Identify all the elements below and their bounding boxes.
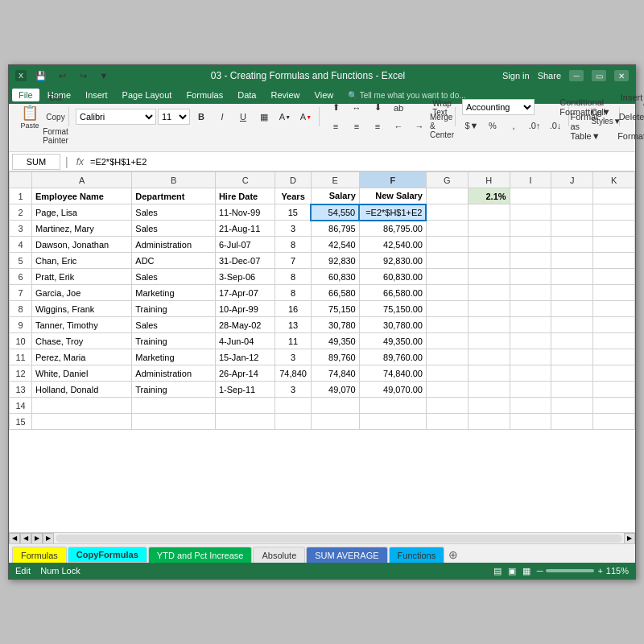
align-middle-button[interactable]: ↔ [347, 99, 366, 117]
formula-input[interactable] [90, 154, 632, 170]
cell-h11[interactable] [468, 349, 510, 365]
cell-h7[interactable] [468, 285, 510, 301]
sheet-tab-sum-average[interactable]: SUM AVERAGE [306, 547, 387, 563]
sheet-table-wrapper[interactable]: A B C D E F G H I J K [9, 171, 635, 532]
cell-g15[interactable] [426, 414, 468, 430]
close-button[interactable]: ✕ [614, 70, 629, 81]
cell-d2[interactable]: 15 [275, 204, 311, 221]
cell-f15[interactable] [359, 414, 426, 430]
scroll-right2-button[interactable]: ▶ [43, 533, 54, 544]
cell-d5[interactable]: 7 [275, 253, 311, 269]
cell-i5[interactable] [510, 253, 551, 269]
horizontal-scrollbar[interactable] [56, 535, 622, 543]
cell-h6[interactable] [468, 269, 510, 285]
cell-g8[interactable] [426, 301, 468, 317]
cell-c2[interactable]: 11-Nov-99 [215, 204, 275, 221]
cell-d14[interactable] [275, 398, 311, 414]
cell-a8[interactable]: Wiggins, Frank [32, 301, 132, 317]
save-button[interactable]: 💾 [31, 67, 51, 85]
col-header-d[interactable]: D [275, 172, 311, 188]
cell-g13[interactable] [426, 382, 468, 398]
font-color-button[interactable]: A▼ [296, 108, 316, 126]
cell-c7[interactable]: 17-Apr-07 [215, 285, 275, 301]
align-center-button[interactable]: ≡ [347, 118, 366, 135]
cell-d13[interactable]: 3 [275, 382, 311, 398]
scroll-right-button[interactable]: ▶ [31, 533, 43, 544]
cell-b4[interactable]: Administration [132, 237, 216, 253]
cell-k9[interactable] [593, 317, 635, 333]
delete-cells-button[interactable]: Delete▼ [626, 108, 644, 126]
menu-item-data[interactable]: Data [231, 89, 262, 101]
cell-d11[interactable]: 3 [275, 349, 311, 365]
cell-j10[interactable] [551, 333, 593, 349]
cell-d9[interactable]: 13 [275, 317, 311, 333]
cell-j12[interactable] [551, 365, 593, 382]
cell-b11[interactable]: Marketing [132, 349, 216, 365]
cell-b7[interactable]: Marketing [132, 285, 216, 301]
cell-i15[interactable] [510, 414, 551, 430]
cell-a5[interactable]: Chan, Eric [32, 253, 132, 269]
zoom-out-button[interactable]: ─ [537, 566, 543, 576]
format-painter-button[interactable]: Format Painter [46, 127, 65, 145]
add-sheet-button[interactable]: ⊕ [445, 547, 461, 563]
cell-k14[interactable] [593, 398, 635, 414]
cell-k6[interactable] [593, 269, 635, 285]
cell-f2[interactable]: =E2*$H$1+E2 [359, 204, 426, 221]
cell-a13[interactable]: Holland, Donald [32, 382, 132, 398]
paste-button[interactable]: 📋 Paste [15, 99, 44, 134]
view-break-icon[interactable]: ▦ [522, 566, 530, 576]
cell-h13[interactable] [468, 382, 510, 398]
cell-c4[interactable]: 6-Jul-07 [215, 237, 275, 253]
col-header-j[interactable]: J [551, 172, 593, 188]
cell-g1[interactable] [426, 188, 468, 204]
cell-g12[interactable] [426, 365, 468, 382]
cell-k2[interactable] [593, 204, 635, 221]
cell-g10[interactable] [426, 333, 468, 349]
col-header-k[interactable]: K [593, 172, 635, 188]
cell-i12[interactable] [510, 365, 551, 382]
cell-k13[interactable] [593, 382, 635, 398]
scroll-left2-button[interactable]: ◀ [20, 533, 31, 544]
cell-b10[interactable]: Training [132, 333, 216, 349]
cell-j15[interactable] [551, 414, 593, 430]
cell-h14[interactable] [468, 398, 510, 414]
decrease-decimal-button[interactable]: .0↓ [546, 117, 565, 134]
font-selector[interactable]: Calibri [76, 109, 156, 125]
zoom-in-button[interactable]: + [597, 566, 602, 576]
cell-k3[interactable] [593, 221, 635, 237]
cell-d8[interactable]: 16 [275, 301, 311, 317]
cell-j1[interactable] [551, 188, 593, 204]
cell-b3[interactable]: Sales [132, 221, 216, 237]
cell-f13[interactable]: 49,070.00 [359, 382, 426, 398]
cell-j11[interactable] [551, 349, 593, 365]
cell-i6[interactable] [510, 269, 551, 285]
cell-e8[interactable]: 75,150 [311, 301, 359, 317]
cell-a15[interactable] [32, 414, 132, 430]
cell-h8[interactable] [468, 301, 510, 317]
cell-j6[interactable] [551, 269, 593, 285]
cell-f1[interactable]: New Salary [359, 188, 426, 204]
cell-k12[interactable] [593, 365, 635, 382]
cell-j4[interactable] [551, 237, 593, 253]
cell-h2[interactable] [468, 204, 510, 221]
redo-button[interactable]: ↪ [73, 67, 93, 85]
undo-button[interactable]: ↩ [52, 67, 72, 85]
cell-e3[interactable]: 86,795 [311, 221, 359, 237]
cell-d7[interactable]: 8 [275, 285, 311, 301]
cell-i3[interactable] [510, 221, 551, 237]
cell-d10[interactable]: 11 [275, 333, 311, 349]
cell-a9[interactable]: Tanner, Timothy [32, 317, 132, 333]
cell-j8[interactable] [551, 301, 593, 317]
cell-d4[interactable]: 8 [275, 237, 311, 253]
menu-item-review[interactable]: Review [264, 89, 306, 101]
cell-i8[interactable] [510, 301, 551, 317]
cell-g6[interactable] [426, 269, 468, 285]
cell-i1[interactable] [510, 188, 551, 204]
cell-b14[interactable] [132, 398, 216, 414]
cell-f3[interactable]: 86,795.00 [359, 221, 426, 237]
cell-g14[interactable] [426, 398, 468, 414]
cell-i2[interactable] [510, 204, 551, 221]
cell-a12[interactable]: White, Daniel [32, 365, 132, 382]
cell-c13[interactable]: 1-Sep-11 [215, 382, 275, 398]
increase-decimal-button[interactable]: .0↑ [525, 117, 544, 134]
